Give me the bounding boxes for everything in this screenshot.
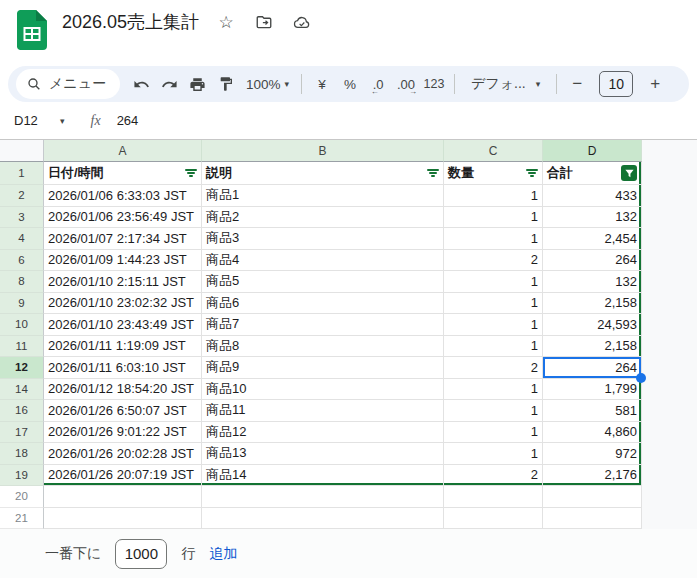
row-header-16[interactable]: 16: [0, 400, 44, 422]
cell-C8[interactable]: 1: [444, 271, 543, 293]
cell-A8[interactable]: 2026/01/10 2:15:11 JST: [44, 271, 202, 293]
cell-B8[interactable]: 商品5: [202, 271, 444, 293]
menus-search-button[interactable]: メニュー: [16, 69, 120, 99]
row-header-19[interactable]: 19: [0, 465, 44, 487]
increase-decimal-button[interactable]: .00→: [392, 70, 420, 98]
row-header-2[interactable]: 2: [0, 185, 44, 207]
cell-C20[interactable]: [444, 486, 543, 508]
cell-D10[interactable]: 24,593: [543, 314, 642, 336]
cell-B21[interactable]: [202, 508, 444, 530]
row-header-6[interactable]: 6: [0, 250, 44, 272]
cell-C6[interactable]: 2: [444, 250, 543, 272]
cell-D4[interactable]: 2,454: [543, 228, 642, 250]
cell-B2[interactable]: 商品1: [202, 185, 444, 207]
zoom-control[interactable]: 100% ▾: [240, 70, 295, 98]
percent-format-button[interactable]: %: [336, 70, 364, 98]
cell-A21[interactable]: [44, 508, 202, 530]
column-header-B[interactable]: B: [202, 140, 444, 162]
cell-B6[interactable]: 商品4: [202, 250, 444, 272]
cell-D9[interactable]: 2,158: [543, 293, 642, 315]
cell-D12[interactable]: 264: [543, 357, 642, 379]
row-header-4[interactable]: 4: [0, 228, 44, 250]
cell-D21[interactable]: [543, 508, 642, 530]
saved-cloud-icon[interactable]: [293, 13, 311, 31]
column-header-D[interactable]: D: [543, 140, 642, 162]
cell-C21[interactable]: [444, 508, 543, 530]
row-header-14[interactable]: 14: [0, 379, 44, 401]
cell-A16[interactable]: 2026/01/26 6:50:07 JST: [44, 400, 202, 422]
cell-D11[interactable]: 2,158: [543, 336, 642, 358]
move-to-folder-icon[interactable]: [255, 13, 273, 31]
cell-D6[interactable]: 264: [543, 250, 642, 272]
sheets-logo-icon[interactable]: [17, 10, 47, 50]
cell-B10[interactable]: 商品7: [202, 314, 444, 336]
cell-B20[interactable]: [202, 486, 444, 508]
cell-D20[interactable]: [543, 486, 642, 508]
cell-D8[interactable]: 132: [543, 271, 642, 293]
more-formats-button[interactable]: 123: [420, 70, 448, 98]
cell-B3[interactable]: 商品2: [202, 207, 444, 229]
star-icon[interactable]: ☆: [217, 13, 235, 31]
cell-A11[interactable]: 2026/01/11 1:19:09 JST: [44, 336, 202, 358]
cell-C10[interactable]: 1: [444, 314, 543, 336]
cell-B19[interactable]: 商品14: [202, 465, 444, 487]
cell-A12[interactable]: 2026/01/11 6:03:10 JST: [44, 357, 202, 379]
row-header-11[interactable]: 11: [0, 336, 44, 358]
increase-font-size-button[interactable]: +: [641, 70, 669, 98]
name-box[interactable]: D12: [14, 113, 60, 128]
row-header-17[interactable]: 17: [0, 422, 44, 444]
row-header-9[interactable]: 9: [0, 293, 44, 315]
cell-D17[interactable]: 4,860: [543, 422, 642, 444]
row-header-8[interactable]: 8: [0, 271, 44, 293]
decrease-font-size-button[interactable]: −: [563, 70, 591, 98]
cell-A1[interactable]: 日付/時間: [44, 162, 202, 185]
cell-B18[interactable]: 商品13: [202, 443, 444, 465]
cell-A3[interactable]: 2026/01/06 23:56:49 JST: [44, 207, 202, 229]
cell-D3[interactable]: 132: [543, 207, 642, 229]
cell-C9[interactable]: 1: [444, 293, 543, 315]
cell-B11[interactable]: 商品8: [202, 336, 444, 358]
cell-C19[interactable]: 2: [444, 465, 543, 487]
cell-A10[interactable]: 2026/01/10 23:43:49 JST: [44, 314, 202, 336]
row-header-20[interactable]: 20: [0, 486, 44, 508]
cell-C17[interactable]: 1: [444, 422, 543, 444]
column-header-C[interactable]: C: [444, 140, 543, 162]
cell-A20[interactable]: [44, 486, 202, 508]
currency-format-button[interactable]: ¥: [308, 70, 336, 98]
font-family-selector[interactable]: デフォ... ▾: [461, 70, 550, 98]
cell-C11[interactable]: 1: [444, 336, 543, 358]
row-header-12[interactable]: 12: [0, 357, 44, 379]
column-header-A[interactable]: A: [44, 140, 202, 162]
cell-B4[interactable]: 商品3: [202, 228, 444, 250]
undo-button[interactable]: [128, 70, 156, 98]
cell-C18[interactable]: 1: [444, 443, 543, 465]
add-rows-count-input[interactable]: [115, 539, 167, 569]
redo-button[interactable]: [156, 70, 184, 98]
filter-icon[interactable]: [525, 169, 538, 177]
cell-C4[interactable]: 1: [444, 228, 543, 250]
paint-format-button[interactable]: [212, 70, 240, 98]
cell-A2[interactable]: 2026/01/06 6:33:03 JST: [44, 185, 202, 207]
cell-A9[interactable]: 2026/01/10 23:02:32 JST: [44, 293, 202, 315]
row-header-10[interactable]: 10: [0, 314, 44, 336]
add-rows-button[interactable]: 追加: [209, 545, 237, 563]
cell-C12[interactable]: 2: [444, 357, 543, 379]
cell-C2[interactable]: 1: [444, 185, 543, 207]
document-title[interactable]: 2026.05売上集計: [62, 10, 199, 34]
cell-B9[interactable]: 商品6: [202, 293, 444, 315]
filter-icon[interactable]: [184, 169, 197, 177]
cell-C14[interactable]: 1: [444, 379, 543, 401]
cell-B14[interactable]: 商品10: [202, 379, 444, 401]
filter-active-icon[interactable]: [621, 165, 637, 181]
cell-A4[interactable]: 2026/01/07 2:17:34 JST: [44, 228, 202, 250]
row-header-21[interactable]: 21: [0, 508, 44, 530]
cell-B1[interactable]: 説明: [202, 162, 444, 185]
font-size-input[interactable]: 10: [599, 71, 633, 97]
cell-D19[interactable]: 2,176: [543, 465, 642, 487]
select-all-corner[interactable]: [0, 140, 44, 162]
formula-input[interactable]: 264: [117, 113, 139, 128]
cell-A14[interactable]: 2026/01/12 18:54:20 JST: [44, 379, 202, 401]
cell-B17[interactable]: 商品12: [202, 422, 444, 444]
cell-A6[interactable]: 2026/01/09 1:44:23 JST: [44, 250, 202, 272]
cell-C3[interactable]: 1: [444, 207, 543, 229]
